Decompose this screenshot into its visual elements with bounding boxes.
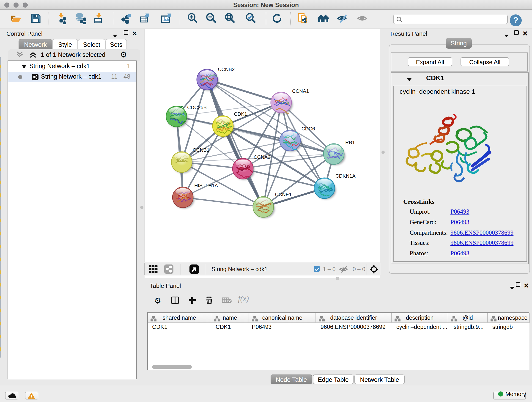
svg-text:CDKN1A: CDKN1A — [336, 173, 355, 179]
svg-text:CDC6: CDC6 — [302, 126, 315, 132]
svg-text:CCNB2: CCNB2 — [218, 66, 234, 72]
svg-text:CDK1: CDK1 — [234, 111, 247, 117]
svg-text:CCNE1: CCNE1 — [275, 191, 292, 197]
svg-text:HIST1H1A: HIST1H1A — [194, 183, 218, 188]
svg-text:CCNA1: CCNA1 — [292, 88, 309, 94]
svg-text:CCNB1: CCNB1 — [193, 147, 209, 153]
svg-text:CCNA2: CCNA2 — [254, 154, 270, 160]
svg-text:RB1: RB1 — [345, 140, 355, 145]
svg-text:CDC25B: CDC25B — [187, 104, 207, 110]
